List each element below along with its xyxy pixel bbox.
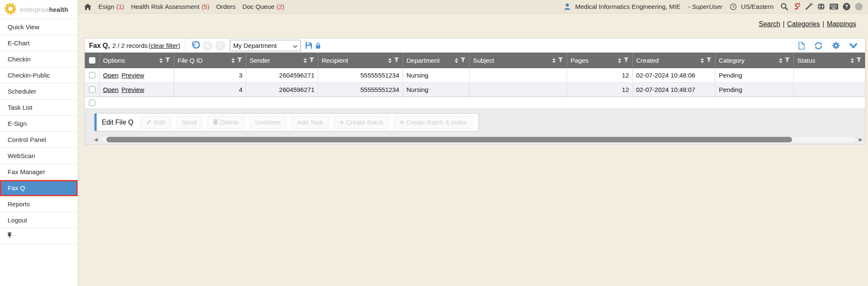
top-navigation-bar: Esign(1) Health Risk Assessment(5) Order… xyxy=(78,0,868,14)
topnav-item[interactable]: Orders xyxy=(216,3,236,10)
edit-bar-button[interactable]: + Create Batch & Index xyxy=(394,116,473,129)
filter-icon[interactable] xyxy=(558,57,563,64)
categories-link[interactable]: Categories xyxy=(787,20,820,28)
column-header[interactable]: Category xyxy=(715,53,793,68)
sort-icon[interactable] xyxy=(159,58,163,63)
select-all-checkbox-cell xyxy=(85,53,99,68)
sort-icon[interactable] xyxy=(701,58,704,63)
help-icon[interactable]: ? xyxy=(843,3,851,11)
preview-link[interactable]: Preview xyxy=(122,72,144,79)
edit-bar-button[interactable]: Delete xyxy=(207,116,245,129)
sidebar-item[interactable]: E-Chart xyxy=(0,35,78,51)
organization-name[interactable]: Medical Informatics Engineering, MIE xyxy=(575,3,680,10)
open-link[interactable]: Open xyxy=(103,72,119,79)
sidebar-item[interactable]: Logout xyxy=(0,212,78,228)
globe-icon[interactable] xyxy=(817,3,825,11)
sort-icon[interactable] xyxy=(455,58,458,63)
table-row: Open Preview 4 2604596271 55555551234 Nu… xyxy=(85,83,865,97)
row-checkbox[interactable] xyxy=(89,86,95,93)
search-icon[interactable] xyxy=(780,3,788,11)
sidebar-item[interactable]: WebScan xyxy=(0,148,78,164)
sort-icon[interactable] xyxy=(388,58,392,63)
sort-icon[interactable] xyxy=(303,58,307,63)
filter-icon[interactable] xyxy=(785,57,790,64)
avatar-icon[interactable] xyxy=(855,3,863,11)
filter-icon[interactable] xyxy=(706,57,712,64)
keyboard-icon[interactable] xyxy=(829,3,838,10)
search-link[interactable]: Search xyxy=(759,20,780,28)
topnav-count-badge: (1) xyxy=(117,3,124,10)
refresh-icon[interactable] xyxy=(814,42,823,50)
sort-icon[interactable] xyxy=(552,58,556,63)
topnav-item[interactable]: Doc Queue(2) xyxy=(242,3,284,10)
scroll-right-icon[interactable]: ▶ xyxy=(857,137,862,142)
sidebar-item[interactable]: Fax Manager xyxy=(0,164,78,180)
column-header[interactable]: File Q ID xyxy=(174,53,246,68)
column-header[interactable]: Department xyxy=(403,53,469,68)
timezone-label[interactable]: US/Eastern xyxy=(741,3,773,10)
column-header[interactable]: Status xyxy=(793,53,865,68)
column-header[interactable]: Subject xyxy=(469,53,567,68)
edit-bar-button[interactable]: Send xyxy=(176,116,203,129)
column-header[interactable]: Recipient xyxy=(318,53,403,68)
pin-icon[interactable] xyxy=(7,232,12,240)
filter-icon[interactable] xyxy=(165,57,170,64)
next-icon[interactable] xyxy=(215,41,225,51)
scroll-left-icon[interactable]: ◀ xyxy=(94,137,100,142)
sidebar-item[interactable]: Reports xyxy=(0,196,78,212)
preview-link[interactable]: Preview xyxy=(122,86,144,93)
select-all-checkbox[interactable] xyxy=(89,57,95,64)
plus-icon: + xyxy=(339,119,343,126)
prev-icon[interactable] xyxy=(203,41,213,51)
gear-icon[interactable] xyxy=(832,42,840,50)
mappings-link[interactable]: Mappings xyxy=(827,20,856,28)
sidebar-item[interactable]: Checkin xyxy=(0,51,78,67)
sort-icon[interactable] xyxy=(779,58,782,63)
topnav-item[interactable]: Health Risk Assessment(5) xyxy=(131,3,209,10)
clear-filter-link[interactable]: clear filter xyxy=(150,42,178,49)
sidebar-item[interactable]: Checkin-Public xyxy=(0,67,78,83)
filter-icon[interactable] xyxy=(623,57,629,64)
edit-bar-button[interactable]: Undelete xyxy=(249,116,287,129)
home-icon[interactable] xyxy=(84,3,92,10)
department-select[interactable]: My Department xyxy=(230,40,301,51)
sidebar-item[interactable]: Task List xyxy=(0,100,78,116)
scrollbar-track[interactable] xyxy=(101,137,856,142)
sidebar-item[interactable]: Scheduler xyxy=(0,83,78,100)
sidebar-item[interactable]: Fax Q xyxy=(0,180,78,196)
open-link[interactable]: Open xyxy=(103,86,119,93)
prescription-icon[interactable] xyxy=(793,3,801,11)
column-header[interactable]: Created xyxy=(632,53,715,68)
scrollbar-thumb[interactable] xyxy=(106,137,792,142)
collapse-icon[interactable] xyxy=(849,43,857,49)
edit-bar-button[interactable]: + Create Batch xyxy=(334,116,389,129)
filter-icon[interactable] xyxy=(856,57,862,64)
sort-icon[interactable] xyxy=(618,58,621,63)
edit-bar-button[interactable]: Edit xyxy=(140,116,171,129)
sort-icon[interactable] xyxy=(231,58,235,63)
pages-cell: 12 xyxy=(567,83,632,97)
panel-footer: Edit File Q Edit xyxy=(85,108,865,144)
sidebar-item[interactable]: Control Panel xyxy=(0,132,78,148)
filter-icon[interactable] xyxy=(460,57,466,64)
edit-bar-button[interactable]: Add Task xyxy=(291,116,329,129)
new-document-icon[interactable] xyxy=(798,42,805,50)
sidebar-item[interactable]: Quick View xyxy=(0,19,78,35)
row-checkbox[interactable] xyxy=(89,100,95,106)
sort-icon[interactable] xyxy=(851,58,854,63)
row-checkbox[interactable] xyxy=(89,72,95,78)
sidebar-item[interactable]: E-Sign xyxy=(0,116,78,132)
filter-icon[interactable] xyxy=(394,57,399,64)
column-header[interactable]: Sender xyxy=(246,53,318,68)
lock-icon[interactable] xyxy=(315,42,321,49)
table-row: Open Preview 3 2604596271 55555551234 Nu… xyxy=(85,68,865,83)
undo-icon[interactable] xyxy=(191,41,200,50)
save-icon[interactable] xyxy=(305,42,312,49)
filter-icon[interactable] xyxy=(309,57,314,64)
record-count: 2 / 2 records xyxy=(112,42,147,49)
column-header[interactable]: Options xyxy=(99,53,174,68)
wand-icon[interactable] xyxy=(805,3,813,11)
column-header[interactable]: Pages xyxy=(567,53,632,68)
filter-icon[interactable] xyxy=(237,57,242,64)
topnav-item[interactable]: Esign(1) xyxy=(98,3,124,10)
